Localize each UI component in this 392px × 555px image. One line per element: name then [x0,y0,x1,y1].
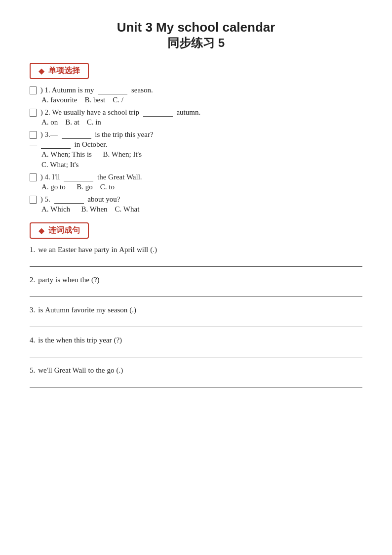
s1-w9: (.) [150,246,157,254]
q5-paren [30,196,37,204]
q3-blank-b[interactable] [41,148,71,149]
question-1: ) 1. Autumn is my season. A. favourite B… [30,86,362,104]
s4-w1: is [38,336,43,344]
s2-w1: party [38,276,53,284]
s3-w5: season [108,306,127,314]
s3-w4: my [96,306,106,314]
question-4: ) 4. I'll the Great Wall. A. go to B. go… [30,173,362,191]
question-3: ) 3.— is the trip this year? — in Octobe… [30,130,362,169]
part2-title: 连词成句 [48,225,80,236]
q4-blank[interactable] [64,181,93,181]
s1-w1: we [38,246,47,254]
part2-section: ◆ 连词成句 1. we an Easter have party in Apr… [30,222,362,387]
s3-w1: is [38,306,43,314]
q5-options: A. Which B. When C. What [41,205,362,213]
s2-num: 2. [30,276,35,284]
part1-title: 单项选择 [48,66,80,76]
part2-header: ◆ 连词成句 [30,222,89,239]
q5-text: ) 5. about you? [39,195,120,204]
q1-options: A. favourite B. best C. / [41,96,362,104]
q5-line: ) 5. about you? [30,195,362,204]
part1-section: ◆ 单项选择 ) 1. Autumn is my season. A. favo… [30,63,362,213]
q3-text-a: ) 3.— is the trip this year? [39,130,154,139]
q2-options: A. on B. at C. in [41,118,362,127]
q1-text: ) 1. Autumn is my season. [39,86,153,94]
s3-answer-line[interactable] [30,317,362,327]
s3-num: 3. [30,306,35,314]
part1-header: ◆ 单项选择 [30,63,89,79]
s1-num: 1. [30,246,35,254]
s4-w2: the [45,336,54,344]
s1-w3: Easter [58,246,76,254]
s1-w5: party [94,246,110,254]
question-2: ) 2. We usually have a school trip autum… [30,108,362,127]
s5-num: 5. [30,366,35,375]
s4-w7: (?) [114,336,122,344]
q1-blank[interactable] [98,94,127,94]
s2-words: 2. party is when the (?) [30,276,362,284]
s4-w6: year [99,336,112,344]
s5-w4: the [96,366,105,375]
s4-w3: when [56,336,73,344]
sentence-5: 5. we'll Great Wall to the go (.) [30,366,362,387]
s1-words: 1. we an Easter have party in April will… [30,246,362,254]
s2-answer-line[interactable] [30,287,362,297]
s1-w8: will [137,246,148,254]
s5-w5: go [107,366,115,375]
s4-words: 4. is the when this trip year (?) [30,336,362,344]
s3-words: 3. is Autumn favorite my season (.) [30,306,362,314]
q3-paren [30,131,37,139]
q3-options-ab: A. When; This is B. When; It's [41,150,362,159]
title-section: Unit 3 My school calendar 同步练习 5 [30,20,362,51]
s5-w3: to [88,366,94,375]
s5-w1: we'll [38,366,52,375]
q2-paren [30,109,37,117]
s5-w2: Great Wall [54,366,86,375]
q3-line-b: — in October. [30,140,362,149]
q2-blank[interactable] [143,116,173,117]
sentence-3: 3. is Autumn favorite my season (.) [30,306,362,327]
sub-title: 同步练习 5 [30,35,362,51]
s4-num: 4. [30,336,35,344]
q1-paren [30,86,37,94]
s1-w6: in [112,246,118,254]
q3-line-a: ) 3.— is the trip this year? [30,130,362,139]
q5-blank[interactable] [54,203,84,204]
q1-line: ) 1. Autumn is my season. [30,86,362,94]
s3-w6: (.) [129,306,136,314]
s2-w2: is [55,276,60,284]
s3-w2: Autumn [45,306,69,314]
s2-w5: (?) [91,276,100,284]
s5-answer-line[interactable] [30,378,362,387]
s1-answer-line[interactable] [30,257,362,267]
s4-w5: trip [87,336,97,344]
diamond-icon: ◆ [39,66,44,76]
q2-line: ) 2. We usually have a school trip autum… [30,108,362,117]
q4-paren [30,173,37,181]
s1-w2: an [49,246,56,254]
question-5: ) 5. about you? A. Which B. When C. What [30,195,362,213]
s2-w3: when [62,276,78,284]
q4-line: ) 4. I'll the Great Wall. [30,173,362,181]
q3-blank-a[interactable] [62,138,91,139]
s3-w3: favorite [71,306,94,314]
s5-w6: (.) [117,366,123,375]
s5-words: 5. we'll Great Wall to the go (.) [30,366,362,375]
main-title: Unit 3 My school calendar [30,20,362,35]
diamond-icon-2: ◆ [39,226,44,235]
q4-text: ) 4. I'll the Great Wall. [39,173,142,181]
sentence-4: 4. is the when this trip year (?) [30,336,362,357]
s1-w4: have [78,246,92,254]
q3-text-b: — in October. [30,140,107,149]
q3-options-c: C. What; It's [41,161,362,169]
s4-answer-line[interactable] [30,347,362,357]
s1-w7: April [119,246,135,254]
sentence-1: 1. we an Easter have party in April will… [30,246,362,267]
q2-text: ) 2. We usually have a school trip autum… [39,108,200,117]
s2-w4: the [80,276,89,284]
sentence-2: 2. party is when the (?) [30,276,362,297]
q4-options: A. go to B. go C. to [41,183,362,191]
s4-w4: this [74,336,85,344]
